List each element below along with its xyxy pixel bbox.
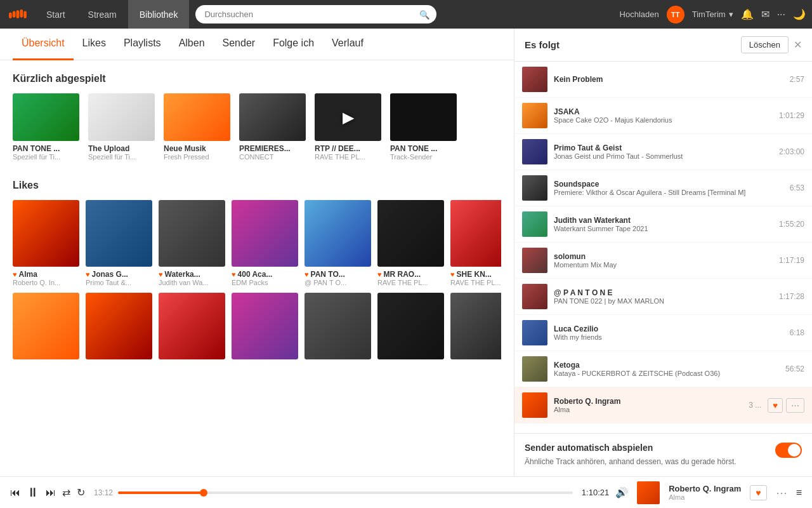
recent-card-5[interactable]: PAN TONE ... Track-Sender xyxy=(390,93,457,161)
like-title: ♥400 Aca... xyxy=(232,270,298,279)
more-button[interactable]: ⋯ xyxy=(776,486,787,500)
like-card-row2-3[interactable] xyxy=(232,293,298,363)
queue-item-5[interactable]: solomun Momentum Mix May 1:17:19 xyxy=(514,243,812,279)
search-icon[interactable]: 🔍 xyxy=(419,10,430,19)
autoplay-text: Sender automatisch abspielen Ähnliche Tr… xyxy=(525,443,737,467)
like-button[interactable]: ♥ xyxy=(750,485,766,500)
nav-stream[interactable]: Stream xyxy=(77,0,128,29)
card-thumbnail xyxy=(13,93,79,141)
subnav-playlists[interactable]: Playlists xyxy=(115,29,170,60)
queue-like-button[interactable]: ♥ xyxy=(768,398,783,413)
panel-header: Es folgt Löschen ✕ xyxy=(514,29,812,62)
previous-button[interactable]: ⏮ xyxy=(10,487,20,498)
like-card-row2-5[interactable] xyxy=(377,293,444,363)
mail-icon[interactable]: ✉ xyxy=(761,8,769,20)
play-pause-button[interactable]: ⏸ xyxy=(27,485,39,500)
recent-card-4[interactable]: ▶ RTP // DEE... RAVE THE PL... xyxy=(315,93,381,161)
search-bar: 🔍 xyxy=(195,5,436,23)
upload-button[interactable]: Hochladen xyxy=(620,10,659,19)
recent-card-3[interactable]: PREMIERES... CONNECT xyxy=(239,93,306,161)
like-card-row1-4[interactable]: ♥PAN TO... @ PAN T O... xyxy=(304,200,371,286)
queue-item-7[interactable]: Luca Cezilio With my friends 6:18 xyxy=(514,315,812,351)
card-thumbnail xyxy=(88,93,155,141)
queue-duration: 1:17:19 xyxy=(779,256,804,265)
recent-card-1[interactable]: The Upload Speziell für Ti... xyxy=(88,93,155,161)
likes-title: Likes xyxy=(13,180,501,191)
recent-card-0[interactable]: PAN TONE ... Speziell für Ti... xyxy=(13,93,79,161)
queue-item-info: Judith van Waterkant Waterkant Summer Ta… xyxy=(554,216,773,232)
like-card-row1-1[interactable]: ♥Jonas G... Primo Taut &... xyxy=(86,200,152,286)
queue-duration: 3 ... xyxy=(749,401,761,410)
recent-card-2[interactable]: Neue Musik Fresh Pressed xyxy=(164,93,230,161)
queue-artist: solomun xyxy=(554,252,773,261)
queue-track: Kataya - PUCKERBROT & ZEITSCHE (Podcast … xyxy=(554,370,779,377)
like-card-row1-0[interactable]: ♥Alma Roberto Q. In... xyxy=(13,200,79,286)
queue-item-6[interactable]: @ P A N T O N E PAN TONE 022 | by MAX MA… xyxy=(514,279,812,315)
soundcloud-logo[interactable] xyxy=(6,2,32,27)
username-button[interactable]: TimTerim ▾ xyxy=(692,10,733,19)
progress-bar[interactable] xyxy=(118,491,573,494)
notification-bell-icon[interactable]: 🔔 xyxy=(741,8,754,20)
like-subtitle: Roberto Q. In... xyxy=(13,279,79,286)
like-thumbnail xyxy=(450,200,501,267)
queue-duration: 2:03:00 xyxy=(779,147,804,156)
queue-list: Kein Problem 2:57 JSAKA Space Cake O2O -… xyxy=(514,62,812,433)
chevron-down-icon: ▾ xyxy=(729,10,733,19)
like-card-row2-0[interactable] xyxy=(13,293,79,363)
like-card-row1-3[interactable]: ♥400 Aca... EDM Packs xyxy=(232,200,298,286)
like-thumbnail xyxy=(232,200,298,267)
next-button[interactable]: ⏭ xyxy=(46,487,56,498)
card-subtitle: Track-Sender xyxy=(390,153,457,161)
like-card-row2-2[interactable] xyxy=(159,293,225,363)
queue-item-info: Ketoga Kataya - PUCKERBROT & ZEITSCHE (P… xyxy=(554,361,779,377)
close-panel-button[interactable]: ✕ xyxy=(794,39,802,51)
queue-item-8[interactable]: Ketoga Kataya - PUCKERBROT & ZEITSCHE (P… xyxy=(514,351,812,387)
like-card-row2-6[interactable] xyxy=(450,293,501,363)
like-thumbnail xyxy=(377,293,444,359)
subnav-folge-ich[interactable]: Folge ich xyxy=(264,29,323,60)
autoplay-toggle[interactable] xyxy=(775,443,802,458)
panel-actions: Löschen ✕ xyxy=(741,36,802,53)
autoplay-title: Sender automatisch abspielen xyxy=(525,443,737,453)
more-options-icon[interactable]: ··· xyxy=(777,9,785,20)
queue-item-9[interactable]: Roberto Q. Ingram Alma 3 ... ♥ ⋯ xyxy=(514,387,812,424)
queue-item-3[interactable]: Soundspace Premiere: Vikthor & Oscar Agu… xyxy=(514,170,812,206)
subnav-sender[interactable]: Sender xyxy=(214,29,265,60)
queue-duration: 1:17:28 xyxy=(779,292,804,301)
content-area: Übersicht Likes Playlists Alben Sender F… xyxy=(0,29,514,476)
like-card-row1-6[interactable]: ♥SHE KN... RAVE THE PL... xyxy=(450,200,501,286)
shuffle-button[interactable]: ⇄ xyxy=(62,486,70,498)
nav-bibliothek[interactable]: Bibliothek xyxy=(128,0,190,29)
subnav-likes[interactable]: Likes xyxy=(74,29,115,60)
like-thumbnail xyxy=(86,293,152,359)
search-input[interactable] xyxy=(195,5,436,23)
queue-icon-button[interactable]: ≡ xyxy=(796,487,802,498)
queue-more-button[interactable]: ⋯ xyxy=(786,398,804,413)
queue-track: Waterkant Summer Tape 2021 xyxy=(554,225,773,232)
queue-duration: 1:55:20 xyxy=(779,220,804,229)
volume-button[interactable]: 🔊 xyxy=(615,486,628,498)
subnav-ubersicht[interactable]: Übersicht xyxy=(13,29,74,60)
like-card-row1-5[interactable]: ♥MR RAO... RAVE THE PL... xyxy=(377,200,444,286)
queue-item-info: @ P A N T O N E PAN TONE 022 | by MAX MA… xyxy=(554,288,773,305)
like-title: ♥Jonas G... xyxy=(86,270,152,279)
queue-item-0[interactable]: Kein Problem 2:57 xyxy=(514,62,812,98)
subnav-alben[interactable]: Alben xyxy=(170,29,214,60)
repeat-button[interactable]: ↻ xyxy=(77,486,85,498)
clear-queue-button[interactable]: Löschen xyxy=(741,36,789,53)
like-card-row1-2[interactable]: ♥Waterka... Judith van Wa... xyxy=(159,200,225,286)
card-thumbnail xyxy=(390,93,457,141)
like-subtitle: RAVE THE PL... xyxy=(450,279,501,286)
like-card-row2-4[interactable] xyxy=(304,293,371,363)
queue-item-info: JSAKA Space Cake O2O - Majus Kalendorius xyxy=(554,107,773,124)
like-thumbnail xyxy=(377,200,444,267)
subnav-verlauf[interactable]: Verlauf xyxy=(323,29,372,60)
queue-duration: 2:57 xyxy=(790,75,804,84)
queue-item-1[interactable]: JSAKA Space Cake O2O - Majus Kalendorius… xyxy=(514,98,812,134)
like-card-row2-1[interactable] xyxy=(86,293,152,363)
nav-start[interactable]: Start xyxy=(35,0,77,29)
dark-mode-icon[interactable]: 🌙 xyxy=(793,8,806,20)
now-playing-bar: ⏮ ⏸ ⏭ ⇄ ↻ 13:12 1:10:21 🔊 Roberto Q. Ing… xyxy=(0,476,812,508)
queue-item-2[interactable]: Primo Taut & Geist Jonas Geist und Primo… xyxy=(514,134,812,170)
queue-item-4[interactable]: Judith van Waterkant Waterkant Summer Ta… xyxy=(514,206,812,243)
